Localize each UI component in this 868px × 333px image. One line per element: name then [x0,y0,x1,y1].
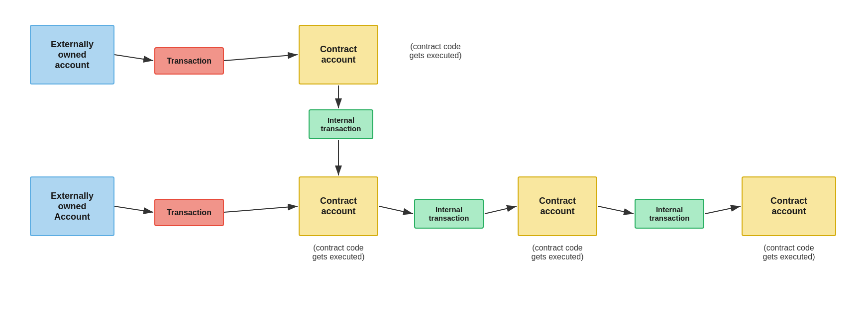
contract-code-note-row1: (contract codegets executed) [386,42,485,60]
contract-code-note-row2: (contract codegets executed) [289,244,388,261]
internal-tx-vertical-label: Internaltransaction [321,116,361,133]
contract-account-row2c-box: Contractaccount [742,176,836,236]
svg-line-2 [224,55,298,61]
contract-account-row2c-label: Contractaccount [770,196,807,217]
internal-tx3-box: Internaltransaction [635,199,704,229]
svg-line-1 [114,55,153,61]
svg-line-8 [485,206,517,214]
transaction-row1-box: Transaction [154,47,224,75]
svg-line-10 [705,206,741,214]
svg-line-9 [598,206,634,214]
eoa-row1-label: Externallyownedaccount [51,39,94,71]
contract-account-row2-label: Contractaccount [320,196,357,217]
internal-tx-vertical-box: Internaltransaction [309,109,373,139]
internal-tx2-label: Internaltransaction [429,205,469,222]
contract-code-note-row2b: (contract codegets executed) [508,244,607,261]
eoa-row2-box: ExternallyownedAccount [30,176,114,236]
internal-tx3-label: Internaltransaction [650,205,690,222]
contract-account-row1-box: Contractaccount [299,25,378,84]
diagram: Externallyownedaccount Transaction Contr… [0,0,868,333]
eoa-row2-label: ExternallyownedAccount [51,191,94,222]
svg-line-7 [379,206,413,214]
contract-account-row2b-box: Contractaccount [518,176,597,236]
contract-account-row2b-label: Contractaccount [539,196,576,217]
transaction-row2-label: Transaction [167,208,212,217]
transaction-row2-box: Transaction [154,199,224,226]
svg-line-5 [114,206,153,212]
eoa-row1-box: Externallyownedaccount [30,25,114,84]
contract-code-note-row2c: (contract codegets executed) [732,244,846,261]
transaction-row1-label: Transaction [167,57,212,66]
contract-account-row1-label: Contractaccount [320,44,357,65]
internal-tx2-box: Internaltransaction [414,199,484,229]
svg-line-6 [224,206,298,212]
contract-account-row2-box: Contractaccount [299,176,378,236]
